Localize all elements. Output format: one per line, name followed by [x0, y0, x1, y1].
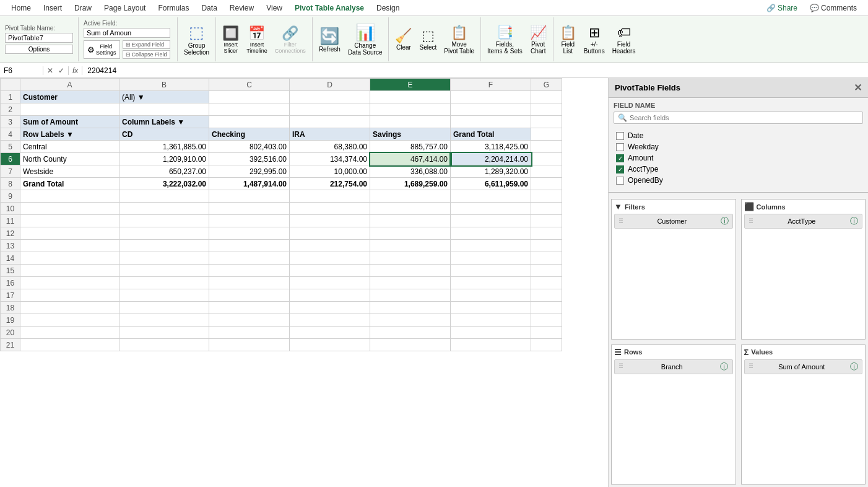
row-header-6[interactable]: 6	[1, 153, 20, 165]
row-header-18[interactable]: 18	[1, 302, 20, 314]
row-header-14[interactable]: 14	[1, 252, 20, 265]
cell-13-1[interactable]	[119, 240, 209, 252]
cell-16-5[interactable]	[451, 277, 531, 289]
select-button[interactable]: ⬚ Select	[417, 25, 439, 53]
row-header-4[interactable]: 4	[1, 128, 20, 141]
cell-13-5[interactable]	[451, 240, 531, 252]
cell-2-0[interactable]	[20, 103, 119, 116]
share-button[interactable]: 🔗 Share	[760, 2, 804, 14]
cell-4-2[interactable]: Checking	[209, 128, 290, 141]
menu-pivot-table-analyse[interactable]: Pivot Table Analyse	[289, 2, 370, 14]
field-headers-button[interactable]: 🏷 Field Headers	[610, 22, 638, 57]
cell-7-3[interactable]: 10,000.00	[290, 165, 370, 178]
field-item-date[interactable]: Date	[614, 130, 863, 141]
field-checkbox-amount[interactable]: ✓	[616, 154, 624, 162]
row-header-13[interactable]: 13	[1, 240, 20, 252]
cell-20-1[interactable]	[119, 327, 209, 339]
cell-4-4[interactable]: Savings	[370, 128, 451, 141]
col-header-E[interactable]: E	[370, 79, 451, 91]
cell-reference[interactable]: F6	[0, 66, 43, 75]
cell-20-4[interactable]	[370, 327, 451, 339]
cell-9-2[interactable]	[209, 190, 290, 203]
cell-15-4[interactable]	[370, 265, 451, 277]
row-header-8[interactable]: 8	[1, 178, 20, 190]
cell-21-6[interactable]	[531, 339, 562, 351]
cell-16-4[interactable]	[370, 277, 451, 289]
cell-6-4[interactable]: 467,414.00	[370, 153, 451, 165]
field-item-openedby[interactable]: OpenedBy	[614, 175, 863, 186]
filters-customer-item[interactable]: ⠿ Customer ⓘ	[614, 214, 733, 229]
cell-6-1[interactable]: 1,209,910.00	[119, 153, 209, 165]
cell-9-5[interactable]	[451, 190, 531, 203]
cell-20-3[interactable]	[290, 327, 370, 339]
cell-17-6[interactable]	[531, 289, 562, 302]
cell-2-4[interactable]	[370, 103, 451, 116]
cell-8-4[interactable]: 1,689,259.00	[370, 178, 451, 190]
cell-1-6[interactable]	[531, 91, 562, 103]
cell-10-4[interactable]	[370, 203, 451, 215]
cell-8-0[interactable]: Grand Total	[20, 178, 119, 190]
cell-9-4[interactable]	[370, 190, 451, 203]
cell-4-1[interactable]: CD	[119, 128, 209, 141]
field-item-accttype[interactable]: ✓AcctType	[614, 164, 863, 175]
col-header-F[interactable]: F	[451, 79, 531, 91]
move-pivot-table-button[interactable]: 📋 Move Pivot Table	[441, 22, 477, 57]
cell-1-1[interactable]: (All) ▼	[119, 91, 209, 103]
cell-4-6[interactable]	[531, 128, 562, 141]
cell-14-2[interactable]	[209, 252, 290, 265]
plus-minus-button[interactable]: ⊞ +/- Buttons	[581, 22, 607, 57]
cell-1-5[interactable]	[451, 91, 531, 103]
cell-2-1[interactable]	[119, 103, 209, 116]
row-header-20[interactable]: 20	[1, 327, 20, 339]
cell-14-5[interactable]	[451, 252, 531, 265]
row-header-21[interactable]: 21	[1, 339, 20, 351]
cell-5-0[interactable]: Central	[20, 141, 119, 153]
field-search-input[interactable]	[630, 114, 859, 121]
values-sum-item[interactable]: ⠿ Sum of Amount ⓘ	[744, 359, 863, 374]
row-header-5[interactable]: 5	[1, 141, 20, 153]
cell-12-1[interactable]	[119, 227, 209, 240]
cell-17-4[interactable]	[370, 289, 451, 302]
row-header-19[interactable]: 19	[1, 314, 20, 327]
cell-16-0[interactable]	[20, 277, 119, 289]
row-header-17[interactable]: 17	[1, 289, 20, 302]
confirm-formula-icon[interactable]: ✓	[57, 66, 66, 75]
cell-18-1[interactable]	[119, 302, 209, 314]
cell-3-0[interactable]: Sum of Amount	[20, 116, 119, 128]
cell-18-3[interactable]	[290, 302, 370, 314]
pivot-fields-close[interactable]: ✕	[854, 82, 862, 94]
col-header-D[interactable]: D	[290, 79, 370, 91]
cell-21-2[interactable]	[209, 339, 290, 351]
cell-4-5[interactable]: Grand Total	[451, 128, 531, 141]
cell-6-2[interactable]: 392,516.00	[209, 153, 290, 165]
cell-3-2[interactable]	[209, 116, 290, 128]
cell-11-3[interactable]	[290, 215, 370, 227]
cell-15-6[interactable]	[531, 265, 562, 277]
col-header-C[interactable]: C	[209, 79, 290, 91]
field-item-weekday[interactable]: Weekday	[614, 141, 863, 152]
cell-17-5[interactable]	[451, 289, 531, 302]
rows-branch-item[interactable]: ⠿ Branch ⓘ	[614, 359, 733, 374]
cell-1-4[interactable]	[370, 91, 451, 103]
cell-10-1[interactable]	[119, 203, 209, 215]
cell-19-3[interactable]	[290, 314, 370, 327]
cell-12-6[interactable]	[531, 227, 562, 240]
cell-6-5[interactable]: 2,204,214.00	[451, 153, 531, 165]
row-header-12[interactable]: 12	[1, 227, 20, 240]
cell-9-3[interactable]	[290, 190, 370, 203]
row-header-1[interactable]: 1	[1, 91, 20, 103]
cell-16-6[interactable]	[531, 277, 562, 289]
formula-content[interactable]: 2204214	[82, 66, 868, 75]
row-header-7[interactable]: 7	[1, 165, 20, 178]
row-header-16[interactable]: 16	[1, 277, 20, 289]
rows-branch-info[interactable]: ⓘ	[720, 361, 728, 372]
menu-page-layout[interactable]: Page Layout	[98, 2, 152, 14]
row-header-3[interactable]: 3	[1, 116, 20, 128]
cell-6-3[interactable]: 134,374.00	[290, 153, 370, 165]
cell-21-5[interactable]	[451, 339, 531, 351]
cell-3-5[interactable]	[451, 116, 531, 128]
values-sum-info[interactable]: ⓘ	[850, 361, 858, 372]
cell-12-0[interactable]	[20, 227, 119, 240]
cell-11-1[interactable]	[119, 215, 209, 227]
cell-4-3[interactable]: IRA	[290, 128, 370, 141]
